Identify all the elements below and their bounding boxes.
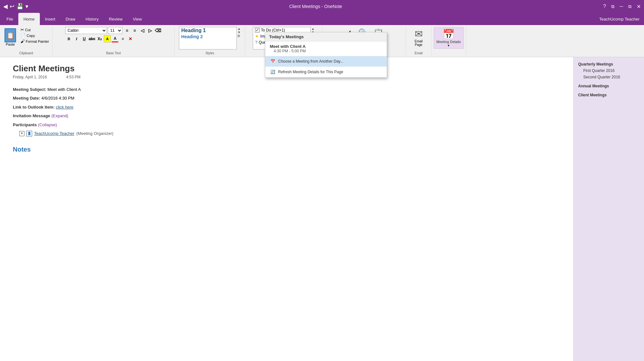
clipboard-content: 📋 Paste ✂ Cut 📄 Copy 🖌 Format Painter <box>2 27 50 51</box>
menu-bar: File Home Insert Draw History Review Vie… <box>0 13 644 25</box>
nav-annual-section: Annual Meetings <box>574 82 644 91</box>
meeting-title-0: Meet with Client A <box>270 44 382 49</box>
scroll-more-icon[interactable]: ⊞ <box>237 34 241 38</box>
close-icon[interactable]: ✕ <box>637 4 641 10</box>
meeting-content: 📅 Meeting Details ▾ <box>434 27 464 54</box>
refresh-meeting-action[interactable]: 🔄 Refresh Meeting Details for This Page <box>265 67 387 77</box>
important-star-icon: ★ <box>255 34 259 39</box>
ribbon-clipboard-group: 📋 Paste ✂ Cut 📄 Copy 🖌 Format Painter Cl… <box>0 26 53 56</box>
erase-button[interactable]: ⌫ <box>154 27 162 34</box>
tab-insert[interactable]: Insert <box>40 13 61 25</box>
undo-icon[interactable]: ↩ <box>10 3 14 10</box>
calendar-icon: 📅 <box>270 58 276 64</box>
tab-home[interactable]: Home <box>18 13 40 25</box>
cut-button[interactable]: ✂ Cut <box>19 27 50 32</box>
cut-label: Cut <box>25 28 31 32</box>
participants-collapse-link[interactable]: (Collapse) <box>38 122 57 127</box>
app-title: Client Meetings - OneNote <box>28 4 603 9</box>
quick-save-icon[interactable]: 💾 <box>16 3 23 10</box>
outdent-button[interactable]: ◁ <box>139 27 146 34</box>
meeting-date-row: Meeting Date: 4/6/2016 4:30 PM <box>13 94 560 102</box>
styles-content: Heading 1 Heading 2 ▲ ▼ ⊞ <box>179 27 241 51</box>
numbered-list-button[interactable]: ≡ <box>131 27 138 34</box>
refresh-meeting-label: Refresh Meeting Details for This Page <box>278 70 343 74</box>
heading1-style[interactable]: Heading 1 <box>179 27 236 34</box>
outlook-link[interactable]: click here <box>56 105 74 110</box>
styles-group-label: Styles <box>206 51 214 55</box>
font-family-select[interactable]: Calibri <box>65 27 107 34</box>
ribbon-meeting-group: 📅 Meeting Details ▾ <box>432 26 466 56</box>
scroll-down-icon[interactable]: ▼ <box>237 31 241 34</box>
nav-quarterly-title[interactable]: Quarterly Meetings <box>578 61 640 67</box>
italic-button[interactable]: I <box>73 35 80 42</box>
basic-text-group-label: Basic Text <box>106 51 121 55</box>
font-size-select[interactable]: 11 <box>108 27 122 34</box>
invitation-expand-link[interactable]: (Expand) <box>51 113 68 118</box>
align-button[interactable]: ≡ <box>119 35 126 42</box>
font-color-button[interactable]: A <box>111 35 119 42</box>
email-page-button[interactable]: ✉ EmailPage <box>412 27 425 48</box>
subscript-button[interactable]: X₂ <box>96 35 103 42</box>
indent-button[interactable]: ▷ <box>146 27 154 34</box>
choose-meeting-label: Choose a Meeting from Another Day... <box>278 59 343 64</box>
tab-view[interactable]: View <box>128 13 147 25</box>
bold-button[interactable]: B <box>65 35 72 42</box>
maximize-icon[interactable]: ⧉ <box>628 4 631 9</box>
paste-icon: 📋 <box>4 28 16 42</box>
todo-checkbox-icon: ✓ <box>255 28 260 32</box>
link-row: Link to Outlook Item: click here <box>13 103 560 111</box>
underline-button[interactable]: U <box>81 35 88 42</box>
participants-row: Participants (Collapse) <box>13 121 560 128</box>
meeting-date-label: Meeting Date: <box>13 96 40 101</box>
copy-button[interactable]: 📄 Copy <box>19 33 50 38</box>
dropdown-arrow-icon[interactable]: ▾ <box>25 3 28 10</box>
format-painter-label: Format Painter <box>26 40 49 43</box>
nav-client-title[interactable]: Client Meetings <box>578 92 640 98</box>
highlight-button[interactable]: A <box>104 35 111 42</box>
meeting-details-label: Meeting Details <box>437 40 461 44</box>
clear-formatting-button[interactable]: ✕ <box>127 35 134 42</box>
meeting-time-0: 4:30 PM - 5:00 PM <box>270 49 382 53</box>
refresh-icon: 🔄 <box>270 69 276 75</box>
nav-second-quarter[interactable]: Second Quarter 2016 <box>578 74 640 80</box>
participant-role: (Meeting Organizer) <box>76 130 114 137</box>
title-bar: ◀ ↩ 💾 ▾ Client Meetings - OneNote ? ⧉ ─ … <box>0 0 644 13</box>
copy-label: Copy <box>27 34 35 38</box>
nav-quarterly-section: Quarterly Meetings First Quarter 2016 Se… <box>574 60 644 82</box>
user-name: TeachUcomp Teacher <box>599 13 643 25</box>
meeting-date-value: 4/6/2016 4:30 PM <box>41 96 75 101</box>
scroll-up-icon[interactable]: ▲ <box>237 27 241 31</box>
tab-file[interactable]: File <box>1 13 18 25</box>
strikethrough-button[interactable]: abc <box>88 35 95 42</box>
meetings-dropdown: Today's Meetings Meet with Client A 4:30… <box>265 32 387 78</box>
bullet-list-button[interactable]: ≡ <box>123 27 130 34</box>
title-bar-left: ◀ ↩ 💾 ▾ <box>3 3 28 10</box>
tab-draw[interactable]: Draw <box>60 13 80 25</box>
choose-meeting-action[interactable]: 📅 Choose a Meeting from Another Day... <box>265 56 387 67</box>
participant-icon: 👤 <box>26 131 32 136</box>
participants-label: Participants <box>13 122 37 127</box>
format-row: B I U abc X₂ A A ≡ ✕ <box>65 35 134 42</box>
minimize-icon[interactable]: ─ <box>620 4 623 9</box>
dropdown-header: Today's Meetings <box>265 32 387 41</box>
participant-name-link[interactable]: TeachUcomp Teacher <box>34 130 75 137</box>
copy-icon: 📄 <box>21 33 26 38</box>
tab-review[interactable]: Review <box>104 13 128 25</box>
add-participant-icon[interactable]: + <box>19 131 24 136</box>
tags-scroll-up[interactable]: ▲ <box>311 27 314 31</box>
tab-history[interactable]: History <box>81 13 104 25</box>
link-label: Link to Outlook Item: <box>13 105 55 110</box>
nav-annual-title[interactable]: Annual Meetings <box>578 83 640 89</box>
meeting-details-button[interactable]: 📅 Meeting Details ▾ <box>434 27 464 49</box>
restore-window-icon[interactable]: ⧉ <box>611 4 614 9</box>
date-text: Friday, April 1, 2016 <box>13 75 47 79</box>
heading2-style[interactable]: Heading 2 <box>179 34 236 40</box>
invitation-row: Invitation Message (Expand) <box>13 112 560 119</box>
paste-button[interactable]: 📋 Paste <box>2 27 19 48</box>
back-icon[interactable]: ◀ <box>3 3 8 10</box>
format-painter-button[interactable]: 🖌 Format Painter <box>19 39 50 44</box>
nav-first-quarter[interactable]: First Quarter 2016 <box>578 67 640 74</box>
invitation-label: Invitation Message <box>13 113 50 118</box>
meeting-item-0[interactable]: Meet with Client A 4:30 PM - 5:00 PM <box>265 41 387 56</box>
help-icon[interactable]: ? <box>603 4 606 9</box>
